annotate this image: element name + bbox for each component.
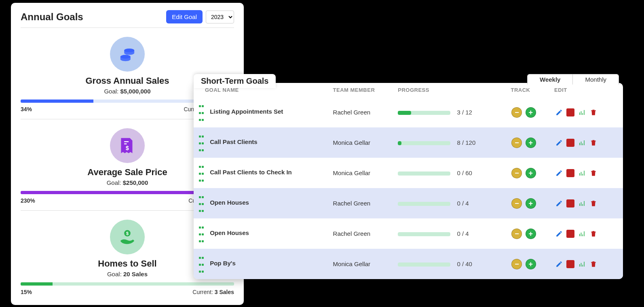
- svg-rect-3: [124, 144, 127, 144]
- tab-weekly[interactable]: Weekly: [527, 74, 573, 85]
- trash-icon[interactable]: [589, 260, 598, 268]
- drag-handle-icon[interactable]: [198, 163, 206, 183]
- goal-name: Pop By's: [210, 260, 236, 267]
- goal-name: Call Past Clients to Check In: [210, 169, 292, 176]
- team-member: Rachel Green: [330, 188, 395, 218]
- increment-button[interactable]: +: [526, 138, 536, 148]
- year-select[interactable]: 2023: [206, 11, 234, 23]
- drag-handle-icon[interactable]: [198, 132, 206, 153]
- trash-icon[interactable]: [589, 199, 598, 207]
- table-row: Open Houses Rachel Green 0 / 4 − +: [194, 218, 623, 249]
- tab-monthly[interactable]: Monthly: [573, 74, 619, 85]
- stop-icon[interactable]: [566, 108, 574, 116]
- edit-icon[interactable]: [555, 139, 563, 147]
- hand-icon: $: [110, 220, 145, 254]
- progress-fill: [21, 282, 53, 286]
- progress-fill: [21, 100, 93, 103]
- edit-icon[interactable]: [555, 169, 563, 177]
- stop-icon[interactable]: [566, 169, 574, 177]
- progress-text: 0 / 40: [457, 260, 472, 267]
- team-member: Monica Gellar: [330, 158, 395, 188]
- period-tabs: Weekly Monthly: [527, 74, 619, 85]
- progress-bar: [398, 263, 450, 267]
- decrement-button[interactable]: −: [511, 107, 522, 118]
- progress-text: 0 / 4: [457, 200, 469, 207]
- short-term-title: Short-Term Goals: [194, 74, 276, 88]
- progress-bar: [21, 282, 234, 286]
- stop-icon[interactable]: [566, 139, 574, 147]
- trash-icon[interactable]: [589, 230, 598, 238]
- team-member: Monica Gellar: [330, 127, 395, 158]
- drag-handle-icon[interactable]: [198, 254, 206, 274]
- progress-text: 0 / 4: [457, 230, 469, 237]
- col-track: TRACK: [507, 83, 551, 97]
- chart-icon[interactable]: [578, 169, 586, 177]
- trash-icon[interactable]: [589, 139, 598, 147]
- team-member: Monica Gellar: [330, 249, 395, 279]
- annual-title: Annual Goals: [21, 11, 83, 23]
- col-progress: PROGRESS: [395, 83, 507, 97]
- progress-percent: 230%: [21, 197, 35, 204]
- increment-button[interactable]: +: [526, 107, 536, 118]
- trash-icon[interactable]: [589, 169, 598, 177]
- coins-icon: [110, 37, 145, 72]
- increment-button[interactable]: +: [526, 259, 536, 269]
- edit-icon[interactable]: [555, 230, 563, 238]
- progress-percent: 34%: [21, 106, 32, 112]
- trash-icon[interactable]: [589, 108, 598, 116]
- drag-handle-icon[interactable]: [198, 102, 206, 123]
- decrement-button[interactable]: −: [511, 259, 522, 269]
- chart-icon[interactable]: [578, 230, 586, 238]
- goal-name: Open Houses: [210, 229, 249, 236]
- table-row: Pop By's Monica Gellar 0 / 40 − +: [194, 249, 623, 279]
- progress-bar: [398, 171, 450, 176]
- stop-icon[interactable]: [566, 199, 574, 207]
- table-row: Call Past Clients to Check In Monica Gel…: [194, 158, 623, 188]
- chart-icon[interactable]: [578, 260, 586, 268]
- col-team-member: TEAM MEMBER: [330, 83, 395, 97]
- svg-text:$: $: [126, 231, 129, 236]
- increment-button[interactable]: +: [526, 168, 536, 178]
- progress-text: 0 / 60: [457, 169, 472, 176]
- decrement-button[interactable]: −: [511, 229, 522, 239]
- decrement-button[interactable]: −: [511, 168, 522, 178]
- chart-icon[interactable]: [578, 139, 586, 147]
- increment-button[interactable]: +: [526, 229, 536, 239]
- decrement-button[interactable]: −: [511, 138, 522, 148]
- stop-icon[interactable]: [566, 260, 574, 268]
- drag-handle-icon[interactable]: [198, 193, 206, 214]
- progress-bar: [398, 141, 450, 145]
- svg-text:$: $: [126, 145, 129, 151]
- progress-fill: [398, 141, 401, 145]
- progress-text: 8 / 120: [457, 139, 475, 146]
- goal-name: Call Past Clients: [210, 138, 258, 145]
- stop-icon[interactable]: [566, 230, 574, 238]
- table-row: Open Houses Rachel Green 0 / 4 − +: [194, 188, 623, 218]
- annual-actions: Edit Goal 2023: [166, 10, 234, 23]
- progress-fill: [398, 111, 411, 115]
- invoice-icon: $: [110, 128, 145, 163]
- team-member: Rachel Green: [330, 97, 395, 127]
- short-term-table: GOAL NAME TEAM MEMBER PROGRESS TRACK EDI…: [194, 83, 623, 279]
- progress-percent: 15%: [21, 289, 32, 295]
- col-edit: EDIT: [551, 83, 623, 97]
- progress-bar: [398, 111, 450, 115]
- decrement-button[interactable]: −: [511, 198, 522, 209]
- edit-goal-button[interactable]: Edit Goal: [166, 10, 203, 23]
- chart-icon[interactable]: [578, 108, 586, 116]
- table-row: Call Past Clients Monica Gellar 8 / 120 …: [194, 127, 623, 158]
- annual-header: Annual Goals Edit Goal 2023: [21, 10, 234, 28]
- progress-current: Current: 3 Sales: [192, 289, 234, 295]
- team-member: Rachel Green: [330, 218, 395, 249]
- edit-icon[interactable]: [555, 199, 563, 207]
- goal-name: Listing Appointments Set: [210, 108, 283, 115]
- increment-button[interactable]: +: [526, 198, 536, 209]
- svg-rect-2: [124, 141, 129, 142]
- drag-handle-icon[interactable]: [198, 223, 206, 244]
- chart-icon[interactable]: [578, 199, 586, 207]
- edit-icon[interactable]: [555, 260, 563, 268]
- progress-bar: [398, 202, 450, 206]
- progress-bar: [398, 232, 450, 236]
- edit-icon[interactable]: [555, 108, 563, 116]
- short-term-goals-card: Short-Term Goals Weekly Monthly GOAL NAM…: [194, 83, 623, 279]
